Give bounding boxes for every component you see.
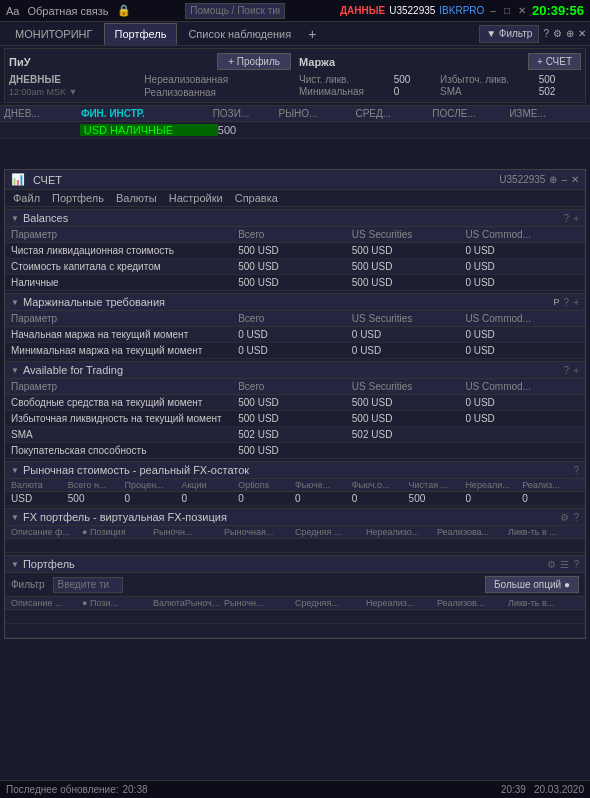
lock-icon: 🔒 — [117, 4, 131, 17]
marsha-label: Маржа — [299, 56, 335, 68]
portfolio-settings-icon[interactable]: ⚙ — [547, 559, 556, 570]
margin-row-1: Минимальная маржа на текущий момент 0 US… — [5, 343, 585, 359]
feedback-link[interactable]: Обратная связь — [27, 5, 108, 17]
col-posle: ПОСЛЕ... — [432, 108, 509, 119]
col-sred: СРЕД... — [355, 108, 432, 119]
window-title: СЧЕТ — [33, 174, 62, 186]
avail-r2-all: 502 USD — [238, 429, 352, 440]
available-row-0: Свободные средства на текущий момент 500… — [5, 395, 585, 411]
avail-col-param: Параметр — [11, 381, 238, 392]
avail-r3-ussec — [352, 445, 466, 456]
search-input[interactable] — [185, 3, 285, 19]
filter-btn[interactable]: ▼ Фильтр — [479, 25, 539, 43]
fx-virtual-help[interactable]: ? — [573, 512, 579, 523]
mar-col-us-comm: US Commod... — [465, 313, 579, 324]
available-title: Available for Trading — [23, 364, 123, 376]
margin-section-title: ▼ Маржинальные требования P ? + — [5, 293, 585, 311]
fx-r0-options: 0 — [238, 493, 295, 504]
margin-add[interactable]: + — [573, 297, 579, 308]
data-label: ДАННЫЕ — [340, 5, 385, 16]
mar-r1-uscomm: 0 USD — [465, 345, 579, 356]
avail-r2-uscomm — [465, 429, 579, 440]
available-section-title: ▼ Available for Trading ? + — [5, 361, 585, 379]
window-settings-icon[interactable]: ⊕ — [549, 174, 557, 185]
top-bar-left: Aa Обратная связь 🔒 — [6, 4, 131, 17]
avail-r0-label: Свободные средства на текущий момент — [11, 397, 238, 408]
balances-add[interactable]: + — [573, 213, 579, 224]
avail-r0-uscomm: 0 USD — [465, 397, 579, 408]
fx-r0-fyucheo: 0 — [352, 493, 409, 504]
bal-r0-label: Чистая ликвидационная стоимость — [11, 245, 238, 256]
bal-r2-all: 500 USD — [238, 277, 352, 288]
fx-real-help[interactable]: ? — [573, 465, 579, 476]
close-btn[interactable]: ✕ — [516, 5, 528, 16]
fx-r0-chistaya: 500 — [409, 493, 466, 504]
footer-timestamp: 20:39 — [501, 784, 526, 795]
avail-r1-label: Избыточная ликвидность на текущий момент — [11, 413, 238, 424]
marsha-section: Маржа + СЧЕТ Чист. ликв. 500 Избыточ. ли… — [299, 53, 581, 97]
last-update-label: Последнее обновление: — [6, 784, 119, 795]
nav-close-icon[interactable]: ✕ — [578, 28, 586, 39]
fxv-col-desc: Описание ф... — [11, 527, 82, 537]
avail-r1-uscomm: 0 USD — [465, 413, 579, 424]
fx-col-chistaya: Чистая ... — [409, 480, 466, 490]
available-row-2: SMA 502 USD 502 USD — [5, 427, 585, 443]
window-minimize-btn[interactable]: – — [561, 174, 567, 185]
maximize-btn[interactable]: □ — [502, 5, 512, 16]
tab-watchlist[interactable]: Список наблюдения — [177, 23, 302, 45]
add-tab-btn[interactable]: + — [302, 26, 322, 42]
filter-help[interactable]: ? — [543, 28, 549, 39]
usd-value: 500 — [218, 124, 283, 136]
window-close-btn[interactable]: ✕ — [571, 174, 579, 185]
fx-r0-akcii: 0 — [181, 493, 238, 504]
available-col-headers: Параметр Всего US Securities US Commod..… — [5, 379, 585, 395]
portfolio-help[interactable]: ? — [573, 559, 579, 570]
nav-add-icon[interactable]: ⊕ — [566, 28, 574, 39]
menu-file[interactable]: Файл — [13, 192, 40, 204]
schet-btn[interactable]: + СЧЕТ — [528, 53, 581, 70]
available-add[interactable]: + — [573, 365, 579, 376]
platform-label: IBKRPRO — [439, 5, 484, 16]
margin-help[interactable]: ? — [564, 297, 570, 308]
nav-settings-icon[interactable]: ⚙ — [553, 28, 562, 39]
bal-col-us-comm: US Commod... — [465, 229, 579, 240]
fxv-col-rynoch2: Рыночная... — [224, 527, 295, 537]
menu-help[interactable]: Справка — [235, 192, 278, 204]
realized-label: Реализованная — [144, 87, 291, 98]
available-row-1: Избыточная ликвидность на текущий момент… — [5, 411, 585, 427]
tab-portfolio[interactable]: Портфель — [104, 23, 178, 45]
col-ryno: РЫНО... — [279, 108, 356, 119]
window-title-right: U3522935 ⊕ – ✕ — [499, 174, 579, 185]
avail-r3-uscomm — [465, 445, 579, 456]
available-help[interactable]: ? — [564, 365, 570, 376]
minimize-btn[interactable]: – — [488, 5, 498, 16]
font-button[interactable]: Aa — [6, 5, 19, 17]
fx-virtual-settings[interactable]: ⚙ — [560, 512, 569, 523]
excess-liq-value: 500 — [539, 74, 581, 85]
fx-virtual-title: FX портфель - виртуальная FX-позиция — [23, 511, 227, 523]
top-bar-center — [185, 3, 285, 19]
fx-r0-nereal: 0 — [465, 493, 522, 504]
bal-r2-ussec: 500 USD — [352, 277, 466, 288]
portfolio-filter-row: Фильтр Больше опций ● — [5, 573, 585, 597]
bal-r2-label: Наличные — [11, 277, 238, 288]
menu-settings[interactable]: Настройки — [169, 192, 223, 204]
period-time[interactable]: 12:00am MSK ▼ — [9, 87, 140, 98]
menu-portfolio[interactable]: Портфель — [52, 192, 104, 204]
bottom-status: Последнее обновление: 20:38 20:39 20.03.… — [0, 780, 590, 798]
tab-monitoring[interactable]: МОНИТОРИНГ — [4, 23, 104, 45]
avail-r1-ussec: 500 USD — [352, 413, 466, 424]
portfolio-filter-input[interactable] — [53, 577, 123, 593]
fx-col-fyucheo: Фьюч.о... — [352, 480, 409, 490]
menu-currencies[interactable]: Валюты — [116, 192, 157, 204]
margin-col-headers: Параметр Всего US Securities US Commod..… — [5, 311, 585, 327]
portfolio-more-btn[interactable]: Больше опций ● — [485, 576, 579, 593]
fx-real-section-title: ▼ Рыночная стоимость - реальный FX-остат… — [5, 461, 585, 479]
portfolio-list-icon[interactable]: ☰ — [560, 559, 569, 570]
balance-row-2: Наличные 500 USD 500 USD 0 USD — [5, 275, 585, 291]
balances-help[interactable]: ? — [564, 213, 570, 224]
fx-virtual-col-headers: Описание ф... ● Позиция Рыночн... Рыночн… — [5, 526, 585, 539]
fx-col-fyuche: Фьюче... — [295, 480, 352, 490]
bal-r0-all: 500 USD — [238, 245, 352, 256]
profile-btn[interactable]: + Профиль — [217, 53, 291, 70]
